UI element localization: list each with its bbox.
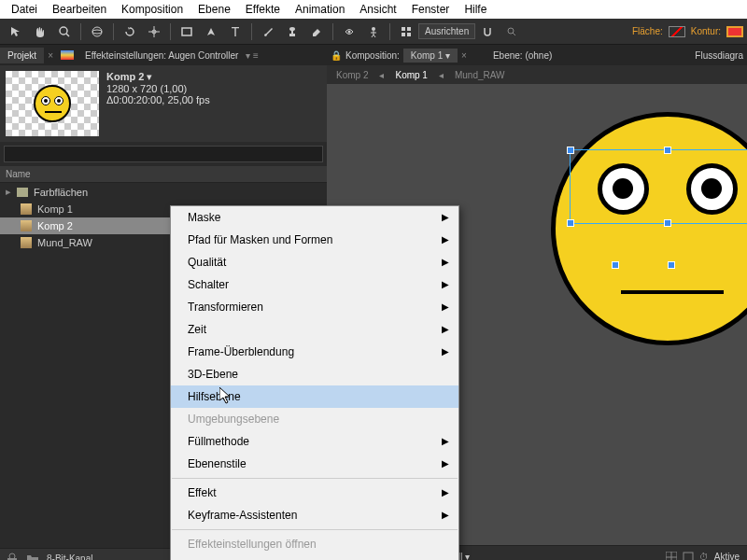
- align-button[interactable]: Ausrichten: [418, 23, 475, 39]
- ctx-keyframe-assistenten[interactable]: Keyframe-Assistenten▶: [171, 504, 458, 526]
- tab-project[interactable]: Projekt: [0, 48, 44, 63]
- svg-line-1: [66, 34, 69, 36]
- ctx-qualit-t[interactable]: Qualität▶: [171, 251, 458, 273]
- folder-icon[interactable]: [26, 553, 39, 560]
- project-item[interactable]: ▸Farbflächen: [0, 183, 327, 201]
- ctx-f-llmethode[interactable]: Füllmethode▶: [171, 430, 458, 453]
- svg-point-10: [289, 27, 295, 31]
- submenu-arrow-icon: ▶: [442, 301, 449, 312]
- snap-icon[interactable]: [477, 21, 498, 42]
- ctx-schalter[interactable]: Schalter▶: [171, 273, 458, 296]
- search-icon[interactable]: [501, 21, 522, 42]
- path-handle[interactable]: [612, 261, 619, 269]
- selection-bbox[interactable]: [570, 149, 747, 224]
- ctx-3d-ebene[interactable]: 3D-Ebene: [171, 363, 458, 385]
- cursor-icon: [219, 387, 234, 406]
- rect-tool-icon[interactable]: [176, 21, 197, 42]
- smiley-graphic: [551, 112, 747, 345]
- project-item-label: Mund_RAW: [37, 237, 92, 248]
- submenu-arrow-icon: ▶: [442, 234, 449, 245]
- hand-tool-icon[interactable]: [30, 21, 50, 42]
- submenu-arrow-icon: ▶: [442, 346, 449, 357]
- ctx-zeit[interactable]: Zeit▶: [171, 318, 458, 341]
- breadcrumb-item[interactable]: Komp 1: [395, 70, 427, 80]
- anchor-tool-icon[interactable]: [144, 21, 164, 42]
- interpret-icon[interactable]: [6, 552, 19, 560]
- text-tool-icon[interactable]: T: [225, 21, 246, 42]
- fill-swatch[interactable]: [669, 26, 685, 37]
- grid-icon[interactable]: [396, 21, 416, 42]
- project-column-name[interactable]: Name: [0, 166, 327, 183]
- ctx-ebenenstile[interactable]: Ebenenstile▶: [171, 453, 458, 475]
- comp-thumbnail[interactable]: [6, 71, 99, 136]
- menu-komposition[interactable]: Komposition: [114, 3, 190, 16]
- svg-rect-20: [407, 33, 411, 36]
- submenu-arrow-icon: ▶: [442, 458, 449, 469]
- comp-name: Komp 2: [106, 71, 144, 82]
- menu-hilfe[interactable]: Hilfe: [457, 3, 494, 16]
- fill-label: Fläche:: [632, 26, 663, 36]
- project-search-input[interactable]: [4, 146, 323, 162]
- lock-icon[interactable]: 🔒: [331, 50, 342, 61]
- stamp-tool-icon[interactable]: [282, 21, 303, 42]
- svg-rect-19: [402, 33, 405, 36]
- pen-tool-icon[interactable]: [201, 21, 221, 42]
- submenu-arrow-icon: ▶: [442, 324, 449, 334]
- active-cam-label[interactable]: Aktive: [714, 552, 740, 561]
- ctx-transformieren[interactable]: Transformieren▶: [171, 296, 458, 318]
- project-item-label: Komp 2: [37, 220, 73, 231]
- stroke-swatch[interactable]: [726, 26, 743, 37]
- ctx-effekt[interactable]: Effekt▶: [171, 482, 458, 504]
- bpc-label[interactable]: 8-Bit-Kanal: [47, 553, 92, 561]
- ctx-pfad-f-r-masken-und-formen[interactable]: Pfad für Masken und Formen▶: [171, 229, 458, 251]
- comp-icon: [21, 237, 32, 248]
- tab-close[interactable]: ×: [44, 50, 57, 61]
- ctx-umgebungsebene: Umgebungsebene: [171, 408, 458, 430]
- layer-context-menu[interactable]: Maske▶Pfad für Masken und Formen▶Qualitä…: [170, 205, 459, 560]
- submenu-arrow-icon: ▶: [442, 510, 449, 520]
- brush-tool-icon[interactable]: [258, 21, 278, 42]
- svg-rect-8: [289, 34, 295, 36]
- svg-rect-17: [402, 27, 405, 31]
- menu-datei[interactable]: Datei: [4, 3, 45, 16]
- mask-toggle-icon[interactable]: [683, 552, 694, 561]
- orbit-tool-icon[interactable]: [87, 21, 107, 42]
- path-handle[interactable]: [668, 261, 675, 269]
- menu-ansicht[interactable]: Ansicht: [352, 3, 403, 16]
- svg-rect-7: [182, 28, 191, 35]
- submenu-arrow-icon: ▶: [442, 257, 449, 267]
- menu-bar[interactable]: DateiBearbeitenKompositionEbeneEffekteAn…: [0, 0, 747, 19]
- roto-tool-icon[interactable]: [339, 21, 359, 42]
- tab-close[interactable]: ×: [461, 50, 467, 61]
- comp-resolution: 1280 x 720 (1,00): [106, 83, 210, 94]
- flowchart-tab[interactable]: Flussdiagra: [695, 50, 743, 61]
- comp-icon: [21, 220, 32, 231]
- svg-line-22: [513, 33, 515, 35]
- svg-rect-18: [407, 27, 411, 31]
- timecode-icon[interactable]: ⏱: [699, 552, 709, 561]
- selection-tool-icon[interactable]: [6, 21, 26, 42]
- eraser-tool-icon[interactable]: [306, 21, 327, 42]
- zoom-tool-icon[interactable]: [54, 21, 75, 42]
- svg-point-12: [372, 27, 375, 31]
- comp-tab[interactable]: Komp 1 ▾: [403, 49, 458, 63]
- menu-bearbeiten[interactable]: Bearbeiten: [45, 3, 114, 16]
- grid-toggle-icon[interactable]: [666, 552, 677, 561]
- ctx-frame-berblendung[interactable]: Frame-Überblendung▶: [171, 341, 458, 363]
- menu-effekte[interactable]: Effekte: [238, 3, 288, 16]
- breadcrumb-item[interactable]: Komp 2: [336, 70, 368, 80]
- project-item-label: Komp 1: [37, 203, 73, 215]
- ctx-maske[interactable]: Maske▶: [171, 206, 458, 229]
- left-panel-tabs: Projekt × Effekteinstellungen: Augen Con…: [0, 45, 327, 65]
- submenu-arrow-icon: ▶: [442, 487, 449, 497]
- submenu-arrow-icon: ▶: [442, 212, 449, 222]
- menu-fenster[interactable]: Fenster: [404, 3, 458, 16]
- menu-ebene[interactable]: Ebene: [190, 3, 238, 16]
- ctx-hilfsebene[interactable]: Hilfsebene: [171, 385, 458, 408]
- puppet-tool-icon[interactable]: [363, 21, 384, 42]
- menu-animation[interactable]: Animation: [288, 3, 352, 16]
- submenu-arrow-icon: ▶: [442, 279, 449, 289]
- rotate-tool-icon[interactable]: [120, 21, 140, 42]
- breadcrumb-item[interactable]: Mund_RAW: [455, 70, 505, 80]
- tab-effect-settings[interactable]: Effekteinstellungen: Augen Controller: [78, 48, 246, 63]
